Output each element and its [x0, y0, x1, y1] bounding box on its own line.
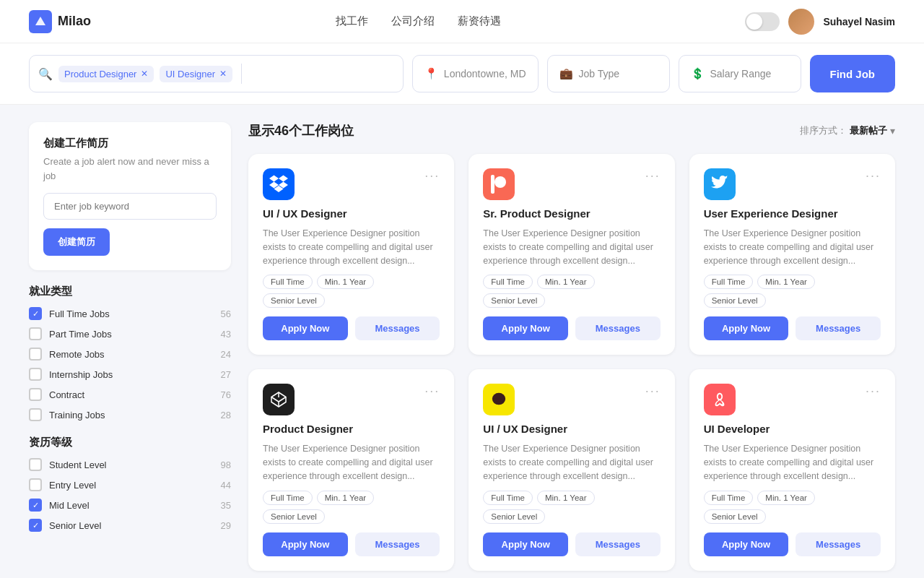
filter-internship: Internship Jobs 27 [29, 368, 231, 381]
tag-ui-designer[interactable]: UI Designer ✕ [160, 66, 232, 82]
jobtype-icon: 💼 [559, 67, 573, 80]
message-button-1[interactable]: Messages [355, 316, 440, 340]
location-placeholder: Londontowne, MD [444, 68, 526, 79]
message-button-5[interactable]: Messages [575, 532, 661, 556]
message-button-6[interactable]: Messages [796, 532, 881, 556]
education-filter: 资历等级 Student Level 98 Entry Level 44 Mid [29, 436, 231, 532]
job-card-5-tags: Full Time Min. 1 Year Senior Level [483, 491, 660, 524]
checkbox-internship[interactable] [29, 368, 42, 381]
message-button-4[interactable]: Messages [355, 532, 440, 556]
message-button-2[interactable]: Messages [575, 316, 661, 340]
theme-toggle[interactable] [745, 12, 780, 31]
company-logo-kakao: Talk [483, 384, 515, 415]
job-card-4-more-btn[interactable]: ··· [424, 384, 440, 399]
checkbox-senior[interactable] [29, 519, 42, 532]
jobtype-placeholder: Job Type [579, 68, 620, 79]
count-internship: 27 [221, 369, 231, 380]
tag-close-ui-designer[interactable]: ✕ [219, 69, 227, 79]
job-card-5-actions: Apply Now Messages [483, 532, 660, 556]
label-contract: Contract [49, 389, 84, 400]
nav-right: Suhayel Nasim [745, 9, 895, 35]
nav-salary[interactable]: 薪资待遇 [458, 14, 501, 28]
sort-control[interactable]: 排序方式： 最新帖子 ▾ [800, 124, 895, 137]
job-card-1-header: ··· [263, 168, 440, 200]
checkbox-training[interactable] [29, 408, 42, 421]
label-remote: Remote Jobs [49, 349, 105, 360]
label-fulltime: Full Time Jobs [49, 309, 110, 319]
job-card-5-more-btn[interactable]: ··· [645, 384, 661, 399]
job-card-2-more-btn[interactable]: ··· [645, 168, 661, 184]
sort-value: 最新帖子 [850, 124, 887, 137]
apply-button-1[interactable]: Apply Now [263, 316, 348, 340]
employment-filter-title: 就业类型 [29, 285, 231, 298]
checkbox-parttime[interactable] [29, 327, 42, 340]
job-card-3-tags: Full Time Min. 1 Year Senior Level [704, 275, 881, 308]
tag-product-designer[interactable]: Product Designer ✕ [58, 66, 154, 82]
job-card-1-more-btn[interactable]: ··· [424, 168, 440, 184]
apply-button-5[interactable]: Apply Now [483, 532, 568, 556]
job-card-3-title: User Experience Designer [704, 207, 881, 220]
label-entry: Entry Level [49, 480, 96, 491]
job-card-4-tags: Full Time Min. 1 Year Senior Level [263, 491, 440, 524]
find-job-button[interactable]: Find Job [810, 55, 896, 92]
jobtype-field[interactable]: 💼 Job Type [547, 55, 670, 92]
employment-filter: 就业类型 Full Time Jobs 56 Part Time Jobs 43 [29, 285, 231, 421]
job-card-6-more-btn[interactable]: ··· [866, 384, 881, 399]
apply-button-6[interactable]: Apply Now [704, 532, 789, 556]
tag-senior-2: Senior Level [483, 293, 545, 308]
job-card-4-actions: Apply Now Messages [263, 532, 440, 556]
nav-find-jobs[interactable]: 找工作 [336, 14, 368, 28]
location-field[interactable]: 📍 Londontowne, MD [412, 55, 539, 92]
navbar: Milao 找工作 公司介绍 薪资待遇 Suhayel Nasim [0, 0, 924, 43]
checkbox-student[interactable] [29, 458, 42, 471]
checkbox-entry[interactable] [29, 478, 42, 491]
tag-fulltime-3: Full Time [704, 275, 754, 289]
tag-min1yr-4: Min. 1 Year [317, 491, 375, 505]
search-icon: 🔍 [38, 67, 53, 81]
svg-line-5 [279, 397, 286, 402]
apply-button-4[interactable]: Apply Now [263, 532, 348, 556]
job-card-6-header: ··· [704, 384, 881, 415]
user-name: Suhayel Nasim [823, 16, 895, 27]
logo[interactable]: Milao [29, 10, 91, 33]
resume-keyword-input[interactable] [43, 193, 217, 220]
job-card-3-more-btn[interactable]: ··· [866, 168, 881, 184]
nav-company[interactable]: 公司介绍 [391, 14, 435, 28]
tag-divider [241, 64, 242, 84]
salary-field[interactable]: 💲 Salary Range [679, 55, 801, 92]
job-card-4: ··· Product Designer The User Experience… [248, 369, 454, 570]
tag-min1yr-2: Min. 1 Year [537, 275, 595, 289]
location-icon: 📍 [424, 67, 438, 80]
filter-fulltime: Full Time Jobs 56 [29, 307, 231, 320]
search-bar[interactable]: 🔍 Product Designer ✕ UI Designer ✕ [29, 55, 404, 92]
job-card-5-desc: The User Experience Designer position ex… [483, 442, 660, 483]
apply-button-2[interactable]: Apply Now [483, 316, 568, 340]
tag-min1yr: Min. 1 Year [317, 275, 375, 289]
job-card-3-actions: Apply Now Messages [704, 316, 881, 340]
checkbox-remote[interactable] [29, 348, 42, 361]
tag-close-product-designer[interactable]: ✕ [141, 69, 148, 79]
count-contract: 76 [221, 389, 231, 400]
checkbox-fulltime[interactable] [29, 307, 42, 320]
checkbox-mid[interactable] [29, 499, 42, 512]
job-card-6-tags: Full Time Min. 1 Year Senior Level [704, 491, 881, 524]
sort-chevron-icon: ▾ [890, 125, 895, 137]
filter-parttime: Part Time Jobs 43 [29, 327, 231, 340]
job-card-3-header: ··· [704, 168, 881, 200]
education-filter-title: 资历等级 [29, 436, 231, 449]
filter-remote: Remote Jobs 24 [29, 348, 231, 361]
tag-senior-5: Senior Level [483, 509, 545, 524]
tag-senior-6: Senior Level [704, 509, 766, 524]
tag-fulltime: Full Time [263, 275, 313, 289]
job-card-6-title: UI Developer [704, 423, 881, 435]
svg-line-4 [271, 397, 279, 402]
avatar[interactable] [788, 9, 814, 35]
message-button-3[interactable]: Messages [796, 316, 881, 340]
apply-button-3[interactable]: Apply Now [704, 316, 789, 340]
tag-senior-3: Senior Level [704, 293, 766, 308]
job-card-2-desc: The User Experience Designer position ex… [483, 227, 660, 267]
sort-label: 排序方式： [800, 124, 847, 137]
create-resume-button[interactable]: 创建简历 [43, 228, 110, 256]
checkbox-contract[interactable] [29, 388, 42, 401]
tag-fulltime-6: Full Time [704, 491, 754, 505]
